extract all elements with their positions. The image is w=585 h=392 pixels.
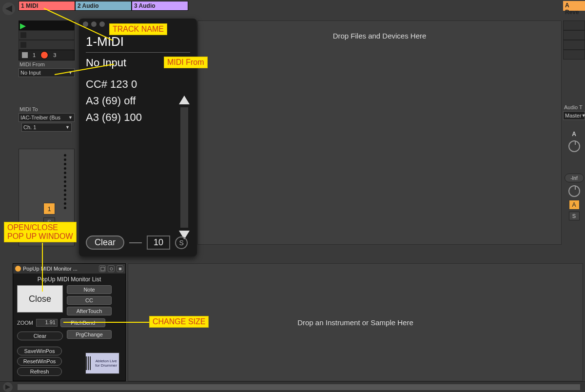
annotation-line xyxy=(63,322,149,323)
midi-track-panel: 1 3 MIDI From No Input▼ MIDI To IAC-Trei… xyxy=(19,20,75,132)
track-tab-3-audio[interactable]: 3 Audio xyxy=(132,1,188,11)
filter-cc-button[interactable]: CC xyxy=(67,296,112,305)
track-status-row: 1 3 xyxy=(19,50,75,60)
drop-files-area[interactable]: Drop Files and Devices Here xyxy=(197,20,562,245)
annotation-open-close: OPEN/CLOSE POP UP WINDOW xyxy=(4,222,77,242)
device-title: PopUp MIDI Monitor ... xyxy=(23,266,97,272)
zoom-input[interactable]: 1.91 xyxy=(36,319,58,327)
return-track-a[interactable]: A Reve xyxy=(563,1,585,11)
annotation-line xyxy=(42,243,43,292)
svg-rect-0 xyxy=(100,267,104,270)
track-headers: 1 MIDI 2 Audio 3 Audio xyxy=(19,1,188,11)
midi-event: A3 (69) off xyxy=(86,93,190,109)
arrangement-overview[interactable] xyxy=(18,384,580,390)
arm-record-button[interactable] xyxy=(40,51,48,59)
track-tab-2-audio[interactable]: 2 Audio xyxy=(75,1,132,11)
svg-rect-2 xyxy=(118,267,121,270)
reset-win-pos-button[interactable]: ResetWinPos xyxy=(17,357,62,366)
device-hot-swap-icon[interactable] xyxy=(117,265,123,272)
window-max-dot[interactable] xyxy=(99,21,105,27)
pan-knob[interactable] xyxy=(568,185,580,197)
device-expand-icon[interactable] xyxy=(99,265,106,272)
device-header: PopUp MIDI Monitor ... xyxy=(13,264,125,274)
annotation-track-name: TRACK NAME xyxy=(109,23,167,35)
popup-track-name: 1-MIDI xyxy=(86,34,190,49)
midi-from-label: MIDI From xyxy=(19,60,75,68)
window-min-dot[interactable] xyxy=(91,21,97,27)
annotation-change-size: CHANGE SIZE xyxy=(149,316,209,328)
popup-s-button[interactable]: S xyxy=(175,236,188,249)
return-solo-button[interactable]: S xyxy=(569,212,580,220)
midi-to-dropdown[interactable]: IAC-Treiber (Bus▼ xyxy=(19,113,75,122)
return-a-activator[interactable]: A xyxy=(569,200,580,210)
filter-aftertouch-button[interactable]: AfterTouch xyxy=(67,307,112,315)
detail-play-button[interactable] xyxy=(3,382,13,392)
track-status-left: 1 xyxy=(33,52,36,58)
annotation-midi-from: MIDI From xyxy=(164,57,208,68)
filter-prgchange-button[interactable]: PrgChange xyxy=(67,330,112,339)
clip-slot[interactable] xyxy=(19,30,75,40)
midi-monitor-popup: 1-MIDI No Input CC# 123 0 A3 (69) off A3… xyxy=(79,19,197,256)
filter-note-button[interactable]: Note xyxy=(67,285,112,294)
volume-display[interactable]: -Inf xyxy=(565,174,584,182)
track-activator-button[interactable]: 1 xyxy=(43,203,55,215)
midi-event: A3 (69) 100 xyxy=(86,109,190,126)
scroll-up-icon[interactable] xyxy=(179,96,190,104)
master-track-strip: Audio T Master▼ A -Inf A S xyxy=(563,20,585,245)
device-activator[interactable] xyxy=(15,266,21,272)
device-save-icon[interactable] xyxy=(108,265,115,272)
svg-point-1 xyxy=(110,267,112,270)
detail-view-footer xyxy=(0,381,585,392)
session-view-toggle[interactable] xyxy=(2,2,15,15)
meter-dots xyxy=(64,154,66,209)
send-knob[interactable] xyxy=(568,140,580,152)
filter-pitchbend-button[interactable]: PitchBend xyxy=(60,318,105,327)
popup-scrollbar[interactable] xyxy=(178,96,190,239)
send-a-label: A xyxy=(563,131,585,137)
stop-clip-button[interactable] xyxy=(22,52,28,58)
popup-count-input[interactable]: 10 xyxy=(147,235,170,250)
device-subtitle: PopUp MIDI Monitor List xyxy=(13,274,125,285)
zoom-label: ZOOM xyxy=(17,320,33,326)
device-logo: Ableton Live for Drummer xyxy=(85,353,119,374)
midi-to-channel-dropdown[interactable]: Ch. 1▼ xyxy=(21,123,72,132)
window-close-dot[interactable] xyxy=(83,21,88,27)
scroll-track[interactable] xyxy=(180,107,188,228)
clip-slot[interactable] xyxy=(19,40,75,50)
save-win-pos-button[interactable]: SaveWinPos xyxy=(17,347,62,355)
midi-to-label: MIDI To xyxy=(19,105,75,113)
device-clear-button[interactable]: Clear xyxy=(17,332,63,340)
refresh-button[interactable]: Refresh xyxy=(17,367,62,376)
popup-clear-button[interactable]: Clear xyxy=(86,235,124,250)
audio-to-dropdown[interactable]: Master▼ xyxy=(563,111,585,120)
popup-toggle-button[interactable]: Close xyxy=(17,285,63,313)
clip-slot-play[interactable] xyxy=(19,20,75,30)
track-status-right: 3 xyxy=(53,52,56,58)
audio-to-label: Audio T xyxy=(563,103,585,111)
midi-event-list: CC# 123 0 A3 (69) off A3 (69) 100 xyxy=(86,76,190,126)
midi-event: CC# 123 0 xyxy=(86,76,190,93)
